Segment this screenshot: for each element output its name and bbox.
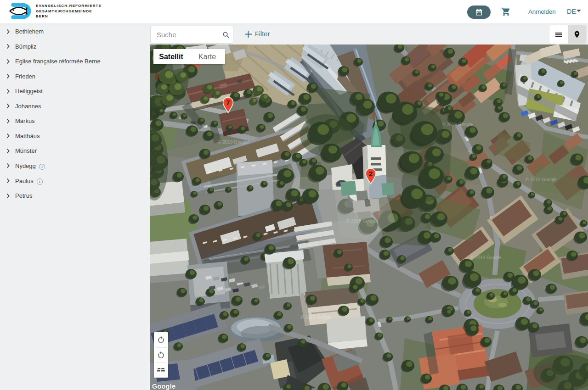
svg-text:2: 2 <box>369 170 373 178</box>
svg-text:© 2019 Google: © 2019 Google <box>300 315 332 320</box>
svg-text:© 2019 Google: © 2019 Google <box>346 218 378 223</box>
svg-text:© 2019 Google: © 2019 Google <box>218 139 249 145</box>
svg-text:© 2019 Google: © 2019 Google <box>526 177 557 182</box>
svg-text:7: 7 <box>226 99 230 106</box>
svg-text:© 2019 Google: © 2019 Google <box>470 255 502 260</box>
svg-text:© 2019 Google: © 2019 Google <box>442 122 473 127</box>
